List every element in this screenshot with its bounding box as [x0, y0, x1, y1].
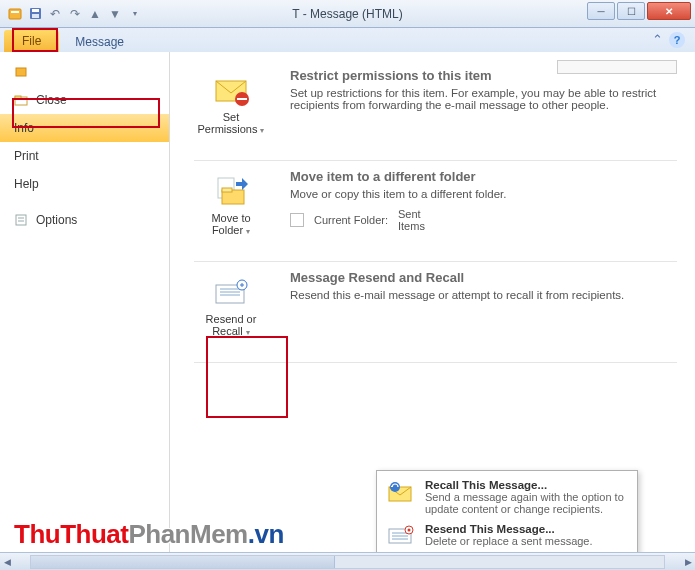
backstage-content: Set Permissions ▾ Restrict permissions t… — [170, 52, 695, 552]
scroll-thumb[interactable] — [31, 556, 335, 568]
watermark-text: ThuThuatPhanMem.vn — [14, 519, 284, 550]
sidebar-item-close[interactable]: Close — [0, 86, 169, 114]
dropdown-item-recall[interactable]: Recall This Message... Send a message ag… — [377, 475, 637, 519]
minimize-button[interactable]: ─ — [587, 2, 615, 20]
svg-rect-4 — [32, 14, 39, 18]
svg-rect-13 — [237, 98, 247, 100]
dropdown-item-resend[interactable]: Resend This Message... Delete or replace… — [377, 519, 637, 551]
next-item-icon[interactable]: ▼ — [106, 5, 124, 23]
watermark-part-3: .vn — [248, 519, 284, 549]
window-title: T - Message (HTML) — [292, 7, 402, 21]
dropdown-item-body: Delete or replace a sent message. — [425, 535, 593, 547]
move-folder-icon — [212, 176, 250, 208]
section-body: Resend this e-mail message or attempt to… — [290, 289, 677, 301]
folder-square-icon — [290, 213, 304, 227]
section-body: Set up restrictions for this item. For e… — [290, 87, 677, 111]
svg-rect-8 — [16, 215, 26, 225]
section-resend-recall: Resend or Recall ▾ Message Resend and Re… — [194, 262, 677, 363]
current-folder-row: Current Folder: Sent Items — [290, 208, 677, 232]
dropdown-arrow-icon: ▾ — [246, 328, 250, 337]
watermark-part-1: ThuThuat — [14, 519, 128, 549]
sidebar-item-options[interactable]: Options — [0, 206, 169, 234]
tab-file[interactable]: File — [4, 30, 59, 52]
window-controls: ─ ☐ ✕ — [587, 2, 691, 20]
resend-message-icon — [387, 525, 415, 547]
scroll-right-arrow[interactable]: ▶ — [681, 555, 695, 569]
ribbon-tabs: File Message ⌃ ? — [0, 28, 695, 52]
resend-recall-icon — [212, 277, 250, 309]
watermark-part-2: PhanMem — [128, 519, 247, 549]
svg-rect-3 — [32, 9, 39, 12]
folder-close-icon — [14, 93, 28, 107]
sidebar-item-save-attachments[interactable]: Save Attachments — [0, 58, 169, 86]
backstage-view: Save Attachments Close Info Print Help O… — [0, 52, 695, 552]
previous-item-icon[interactable]: ▲ — [86, 5, 104, 23]
section-title: Move item to a different folder — [290, 169, 677, 184]
button-label: Set Permissions — [198, 111, 258, 135]
save-icon[interactable] — [26, 5, 44, 23]
maximize-button[interactable]: ☐ — [617, 2, 645, 20]
options-icon — [14, 213, 28, 227]
tab-message[interactable]: Message — [63, 32, 136, 52]
svg-rect-0 — [9, 9, 21, 19]
svg-point-29 — [408, 529, 411, 532]
svg-rect-5 — [16, 68, 26, 76]
quick-access-toolbar: ↶ ↷ ▲ ▼ ▾ — [0, 5, 144, 23]
svg-rect-7 — [15, 96, 21, 99]
sidebar-item-help[interactable]: Help — [0, 170, 169, 198]
section-permissions: Set Permissions ▾ Restrict permissions t… — [194, 60, 677, 161]
close-window-button[interactable]: ✕ — [647, 2, 691, 20]
horizontal-scrollbar[interactable]: ◀ ▶ — [0, 552, 695, 570]
preview-thumbnail — [557, 60, 677, 74]
sidebar-item-print[interactable]: Print — [0, 142, 169, 170]
recall-message-icon — [387, 481, 415, 503]
section-move: Move to Folder ▾ Move item to a differen… — [194, 161, 677, 262]
attachment-icon — [14, 65, 28, 79]
envelope-denied-icon — [212, 75, 250, 107]
scroll-left-arrow[interactable]: ◀ — [0, 555, 14, 569]
sidebar-label: Help — [14, 177, 39, 191]
svg-rect-1 — [11, 11, 19, 13]
dropdown-item-title: Resend This Message... — [425, 523, 593, 535]
dropdown-item-title: Recall This Message... — [425, 479, 627, 491]
resend-recall-dropdown: Recall This Message... Send a message ag… — [376, 470, 638, 552]
section-body: Move or copy this item to a different fo… — [290, 188, 677, 200]
set-permissions-button[interactable]: Set Permissions ▾ — [194, 68, 268, 142]
qat-customize-icon[interactable]: ▾ — [126, 5, 144, 23]
sidebar-label: Options — [36, 213, 77, 227]
current-folder-label: Current Folder: — [314, 214, 388, 226]
undo-icon[interactable]: ↶ — [46, 5, 64, 23]
svg-rect-16 — [222, 188, 232, 192]
backstage-sidebar: Save Attachments Close Info Print Help O… — [0, 52, 170, 552]
outlook-icon — [6, 5, 24, 23]
resend-recall-button[interactable]: Resend or Recall ▾ — [194, 270, 268, 344]
sidebar-label: Close — [36, 93, 67, 107]
current-folder-value: Sent Items — [398, 208, 448, 232]
dropdown-arrow-icon: ▾ — [260, 126, 264, 135]
sidebar-label: Print — [14, 149, 39, 163]
scroll-track[interactable] — [30, 555, 665, 569]
sidebar-item-info[interactable]: Info — [0, 114, 169, 142]
redo-icon[interactable]: ↷ — [66, 5, 84, 23]
dropdown-item-body: Send a message again with the option to … — [425, 491, 624, 515]
minimize-ribbon-icon[interactable]: ⌃ — [652, 32, 663, 48]
dropdown-arrow-icon: ▾ — [246, 227, 250, 236]
section-title: Message Resend and Recall — [290, 270, 677, 285]
help-icon[interactable]: ? — [669, 32, 685, 48]
title-bar: ↶ ↷ ▲ ▼ ▾ T - Message (HTML) ─ ☐ ✕ — [0, 0, 695, 28]
move-to-folder-button[interactable]: Move to Folder ▾ — [194, 169, 268, 243]
sidebar-label: Info — [14, 121, 34, 135]
button-label: Move to Folder — [211, 212, 250, 236]
